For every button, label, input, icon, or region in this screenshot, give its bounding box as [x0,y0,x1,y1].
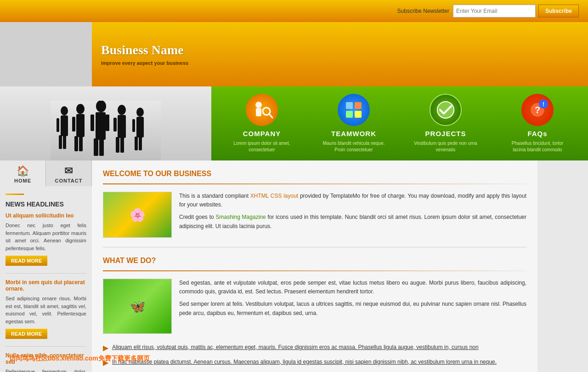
whatwedo-image: 🦋 [103,279,172,334]
svg-rect-21 [116,137,119,153]
projects-label: PROJECTS [413,130,478,137]
teamwork-icon [338,94,370,126]
newsletter-label: Subscribe Newsletter [397,8,449,14]
header-title-block: Business Name improve every aspect your … [92,22,211,86]
svg-rect-38 [355,111,362,118]
smashing-link[interactable]: Smashing Magazine [215,214,266,220]
news-item-1: Ut aliquam sollicitudin leo Donec nec ju… [6,212,86,266]
svg-rect-32 [256,108,261,116]
feature-company[interactable]: COMPANY Lorem ipsum dolor sit amet, cons… [230,94,294,153]
whatwedo-title: WHAT WE DO? [103,257,526,265]
right-sidebar [537,160,588,372]
svg-rect-10 [79,136,83,151]
welcome-text: This is a standard compliant XHTML CSS l… [179,192,526,238]
top-bar: Subscribe Newsletter Subscribe [0,0,588,22]
welcome-block: 🌸 This is a standard compliant XHTML CSS… [103,192,526,238]
news-heading: NEWS HEADLINES [6,200,86,208]
header-left [0,22,92,86]
svg-rect-3 [59,135,62,149]
company-label: COMPANY [230,130,294,137]
svg-rect-11 [72,117,75,132]
subscribe-button[interactable]: Subscribe [538,5,579,17]
svg-rect-4 [63,135,66,149]
tab-home[interactable]: 🏠 HOME [0,160,46,186]
read-more-btn-1[interactable]: READ MORE [6,256,47,266]
feature-projects[interactable]: PROJECTS Vestibulum quis pede non urna v… [413,94,478,153]
svg-point-25 [136,108,144,117]
welcome-para-1: This is a standard compliant XHTML CSS l… [179,192,526,209]
svg-rect-5 [57,118,59,132]
news-body-2: Sed adipiscing ornare risus. Morbi est e… [6,295,86,325]
contact-label: CONTACT [55,178,83,183]
svg-point-13 [96,101,106,112]
people-silhouette [51,101,161,160]
section-separator [103,247,526,247]
faqs-label: FAQs [505,130,570,137]
svg-rect-23 [113,118,117,132]
bullet-link-2[interactable]: In hac habitasse platea dictumst. Aenean… [112,358,497,366]
welcome-image: 🌸 [103,192,172,238]
svg-rect-6 [65,118,68,132]
whatwedo-text: Sed egestas, ante et vulputate volutpat,… [179,279,526,334]
svg-rect-29 [132,119,135,132]
svg-line-34 [269,114,272,118]
svg-text:!: ! [543,101,544,108]
whatwedo-para-1: Sed egestas, ante et vulputate volutpat,… [179,279,526,296]
svg-rect-24 [122,118,125,132]
tab-contact[interactable]: ✉ CONTACT [46,160,92,186]
company-desc: Lorem ipsum dolor sit amet, consectetuer [230,140,294,153]
flower-image: 🌸 [103,192,171,237]
welcome-para-2: Credit goes to Smashing Magazine for ico… [179,213,526,230]
contact-icon: ✉ [49,165,89,177]
svg-rect-16 [99,138,104,156]
faqs-desc: Phasellus tincidunt, tortor lacinia blan… [505,140,570,153]
home-icon: 🏠 [3,165,43,177]
svg-rect-12 [80,117,84,132]
teamwork-label: TEAMWORK [322,130,386,137]
sidebar-divider [6,194,24,195]
news-item-2: Morbi in sem quis dui placerat ornare. S… [6,279,86,339]
svg-rect-14 [96,112,106,140]
projects-icon [430,94,462,126]
welcome-divider [103,183,526,184]
svg-rect-22 [120,137,124,153]
news-separator-2 [6,346,86,347]
svg-rect-36 [355,102,362,109]
bullet-item-1: ▶ Aliquam elit risus, volutpat quis, mat… [103,343,526,352]
news-body-3: Pellentesque fermentum dolor. Aliquam qu… [6,368,86,372]
svg-point-7 [76,104,85,114]
tagline: improve every aspect your business [101,60,202,66]
svg-rect-18 [106,114,109,131]
svg-rect-15 [94,138,98,156]
nav-tabs: 🏠 HOME ✉ CONTACT [0,160,92,186]
email-input[interactable] [453,5,536,17]
svg-point-1 [61,106,68,115]
svg-point-31 [255,102,262,108]
welcome-title: WELCOME TO OUR BUSINESS [103,170,526,178]
svg-rect-28 [139,137,142,150]
left-sidebar: 🏠 HOME ✉ CONTACT NEWS HEADLINES Ut aliqu… [0,160,92,372]
xhtml-link[interactable]: XHTML CSS layout [250,193,298,199]
main-wrapper: 🏠 HOME ✉ CONTACT NEWS HEADLINES Ut aliqu… [0,160,588,372]
bullet-link-1[interactable]: Aliquam elit risus, volutpat quis, matti… [112,343,479,351]
feature-bar: COMPANY Lorem ipsum dolor sit amet, cons… [0,86,588,160]
news-title-2[interactable]: Morbi in sem quis dui placerat ornare. [6,279,86,292]
svg-rect-9 [74,136,78,151]
news-separator-1 [6,273,86,274]
feature-icons: COMPANY Lorem ipsum dolor sit amet, cons… [211,86,588,160]
teamwork-desc: Mauris blandit vehicula neque. Proin con… [322,140,386,153]
butterfly-image: 🦋 [103,279,171,333]
news-body-1: Donec nec justo eget felis fermentum. Al… [6,222,86,252]
business-name: Business Name [101,43,202,57]
header-right [211,22,588,86]
company-icon [246,94,278,126]
sidebar-content: NEWS HEADLINES Ut aliquam sollicitudin l… [0,186,92,372]
read-more-btn-2[interactable]: READ MORE [6,329,47,339]
svg-rect-35 [346,102,353,109]
news-title-1[interactable]: Ut aliquam sollicitudin leo [6,212,86,219]
feature-teamwork[interactable]: TEAMWORK Mauris blandit vehicula neque. … [322,94,386,153]
svg-rect-30 [141,119,143,132]
header: Business Name improve every aspect your … [0,22,588,86]
feature-faqs[interactable]: ? ! FAQs Phasellus tincidunt, tortor lac… [505,94,570,153]
watermark: 访问鸟鸟社区bbs.xieniao.com免费下载更多网页 [9,355,150,363]
